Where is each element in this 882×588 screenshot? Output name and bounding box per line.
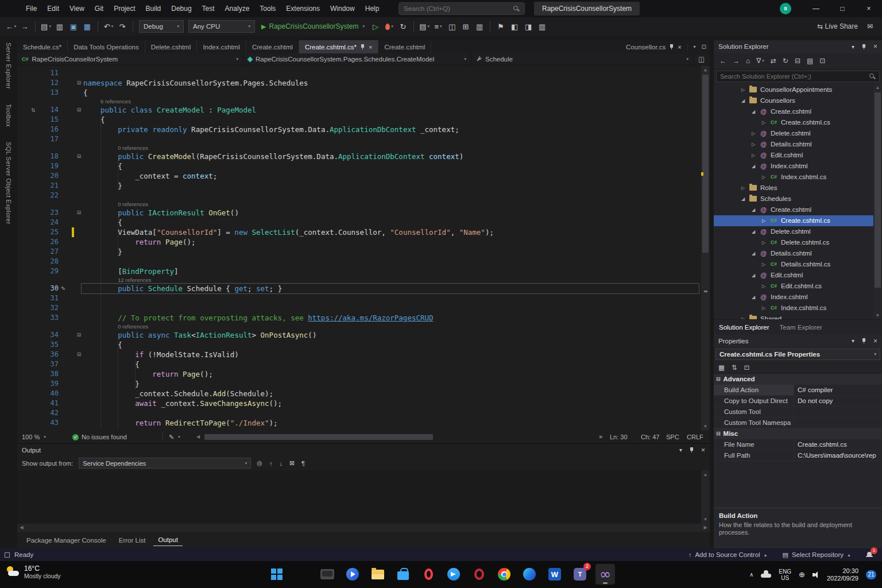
code-line-31[interactable]: 31 xyxy=(17,293,701,303)
fold-toggle-icon[interactable]: ⊟ xyxy=(75,330,83,340)
chevron-collapsed-icon[interactable]: ▷ xyxy=(751,142,756,147)
menu-git[interactable]: Git xyxy=(90,0,109,17)
fold-toggle-icon[interactable]: ⊟ xyxy=(75,152,83,161)
tab-schedule-cs[interactable]: Schedule.cs* xyxy=(17,40,68,53)
window-position-icon[interactable]: ▾ xyxy=(852,338,854,344)
code-line-39[interactable]: 39} xyxy=(17,379,701,389)
line-ending-indicator[interactable]: CRLF xyxy=(687,431,703,443)
chevron-expanded-icon[interactable]: ◢ xyxy=(751,164,756,169)
code-line-25[interactable]: 25ViewData["CounsellorId"] = new SelectL… xyxy=(17,227,701,237)
tree-item-create-cshtml[interactable]: ◢@Create.cshtml xyxy=(714,204,873,215)
sidebar-tab-sql-server-object-explorer[interactable]: SQL Server Object Explorer xyxy=(5,142,12,225)
code-line-36[interactable]: 36⊟if (!ModelState.IsValid) xyxy=(17,350,701,359)
tree-item-edit-cshtml-cs[interactable]: ▷C#Edit.cshtml.cs xyxy=(714,281,873,292)
menu-test[interactable]: Test xyxy=(197,0,220,17)
code-line-37[interactable]: 37{ xyxy=(17,359,701,369)
code-line-42[interactable]: 42 xyxy=(17,408,701,418)
pin-icon[interactable] xyxy=(861,338,866,344)
redo-icon[interactable]: ↷ xyxy=(116,20,129,33)
notifications-button[interactable]: 1 xyxy=(866,551,874,559)
windows-start-icon[interactable] xyxy=(267,564,287,585)
search-icon[interactable] xyxy=(292,564,312,585)
window-position-icon[interactable]: ▾ xyxy=(679,447,682,453)
fold-toggle-icon[interactable]: ⊟ xyxy=(75,105,83,115)
scroll-down-icon[interactable]: ▼ xyxy=(701,422,710,431)
chevron-collapsed-icon[interactable]: ▷ xyxy=(751,131,756,136)
minimize-button[interactable]: — xyxy=(803,0,829,17)
chevron-collapsed-icon[interactable]: ▷ xyxy=(740,87,746,92)
toolbar-button[interactable]: ◧ xyxy=(508,20,521,33)
feedback-icon[interactable]: ✉ xyxy=(867,22,873,30)
messaging-app-icon[interactable] xyxy=(444,564,463,585)
menu-analyze[interactable]: Analyze xyxy=(220,0,255,17)
select-repository-button[interactable]: ▤ Select Repository ▲ xyxy=(783,551,851,559)
tab-solution-explorer[interactable]: Solution Explorer xyxy=(714,321,775,334)
notification-badge[interactable]: 21 xyxy=(866,570,876,579)
pin-icon[interactable] xyxy=(669,44,674,50)
fold-toggle-icon[interactable]: ⊟ xyxy=(75,350,83,359)
chrome-icon[interactable] xyxy=(494,564,514,585)
menu-tools[interactable]: Tools xyxy=(254,0,281,17)
tree-item-edit-cshtml[interactable]: ◢@Edit.cshtml xyxy=(714,270,873,281)
breadcrumb-class-dropdown[interactable]: RapeCrisisCounsellorSystem.Pages.Schedul… xyxy=(243,53,471,65)
chevron-collapsed-icon[interactable]: ▷ xyxy=(761,218,767,223)
collapse-icon[interactable]: ⊟ xyxy=(716,376,721,382)
close-icon[interactable]: × xyxy=(678,44,681,51)
menu-window[interactable]: Window xyxy=(325,0,360,17)
menu-debug[interactable]: Debug xyxy=(166,0,196,17)
tab-create-cshtml-cs[interactable]: Create.cshtml.cs*× xyxy=(299,40,379,53)
property-row-custom-tool-namespa[interactable]: Custom Tool Namespa xyxy=(714,417,882,428)
chevron-expanded-icon[interactable]: ◢ xyxy=(751,109,756,114)
properties-object-dropdown[interactable]: Create.cshtml.cs File Properties ▾ xyxy=(715,349,880,360)
code-line-27[interactable]: 27} xyxy=(17,247,701,257)
volume-icon[interactable] xyxy=(813,571,819,578)
toolbar-button[interactable]: ≡▾ xyxy=(432,20,444,33)
tab-data-tools-operations[interactable]: Data Tools Operations xyxy=(68,40,145,53)
teams-app-icon[interactable]: T2 xyxy=(570,564,590,585)
close-icon[interactable]: × xyxy=(369,44,372,51)
bookmark-icon[interactable]: ⚑ xyxy=(494,20,507,33)
tree-item-index-cshtml-cs[interactable]: ▷C#Index.cshtml.cs xyxy=(714,172,873,183)
show-all-files-icon[interactable]: ▤ xyxy=(807,57,813,65)
fold-toggle-icon[interactable]: ⊟ xyxy=(75,208,83,218)
code-line-28[interactable]: 28 xyxy=(17,257,701,266)
hscroll-left-icon[interactable]: ◀ xyxy=(196,431,200,443)
menu-view[interactable]: View xyxy=(64,0,90,17)
chevron-collapsed-icon[interactable]: ▷ xyxy=(740,316,746,320)
scroll-up-icon[interactable]: ▲ xyxy=(873,83,882,92)
tree-item-create-cshtml[interactable]: ◢@Create.cshtml xyxy=(714,106,873,117)
tab-output[interactable]: Output xyxy=(153,534,183,546)
tab-create-cshtml[interactable]: Create.cshtml xyxy=(246,40,299,53)
property-row-build-action[interactable]: Build ActionC# compiler xyxy=(714,385,882,396)
code-line-30[interactable]: 30✎public Schedule Schedule { get; set; … xyxy=(17,284,701,293)
tab-index-cshtml[interactable]: Index.cshtml xyxy=(197,40,246,53)
code-line-43[interactable]: 43return RedirectToPage("./Index"); xyxy=(17,418,701,428)
scrollbar-thumb[interactable] xyxy=(702,75,709,253)
codelens-references[interactable]: 0 references xyxy=(118,201,148,207)
code-line-29[interactable]: 29[BindProperty] xyxy=(17,266,701,276)
close-button[interactable]: × xyxy=(856,0,882,17)
codelens-references[interactable]: 0 references xyxy=(118,145,148,151)
sync-with-active-document-icon[interactable]: ⇄ xyxy=(771,57,776,65)
chevron-collapsed-icon[interactable]: ▷ xyxy=(740,185,746,191)
chevron-expanded-icon[interactable]: ◢ xyxy=(751,273,756,278)
sidebar-tab-toolbox[interactable]: Toolbox xyxy=(5,104,12,127)
property-pages-icon[interactable]: ⊡ xyxy=(744,363,750,372)
chevron-expanded-icon[interactable]: ◢ xyxy=(751,295,756,300)
pin-icon[interactable] xyxy=(689,447,694,453)
previous-message-icon[interactable]: ↑ xyxy=(269,459,273,467)
language-indicator[interactable]: ENG US xyxy=(779,568,791,581)
chevron-collapsed-icon[interactable]: ▷ xyxy=(761,284,767,289)
scroll-down-icon[interactable]: ▼ xyxy=(701,515,710,524)
output-source-dropdown[interactable]: Service Dependencies ▾ xyxy=(79,458,251,469)
movies-tv-app-icon[interactable] xyxy=(343,564,362,585)
chevron-expanded-icon[interactable]: ◢ xyxy=(740,196,746,202)
code-line-13[interactable]: 13{ xyxy=(17,88,701,98)
tree-item-schedules[interactable]: ◢Schedules xyxy=(714,194,873,204)
start-without-debugging-icon[interactable]: ▷ xyxy=(369,20,382,33)
property-row-full-path[interactable]: Full PathC:\Users\imaad\source\rep xyxy=(714,450,882,461)
opera-gx-icon[interactable] xyxy=(469,564,489,585)
breadcrumb-project-dropdown[interactable]: C# RapeCrisisCounsellorSystem ▾ xyxy=(17,53,243,65)
code-line-34[interactable]: 34⊟public async Task<IActionResult> OnPo… xyxy=(17,330,701,340)
tree-item-index-cshtml[interactable]: ◢@Index.cshtml xyxy=(714,292,873,303)
